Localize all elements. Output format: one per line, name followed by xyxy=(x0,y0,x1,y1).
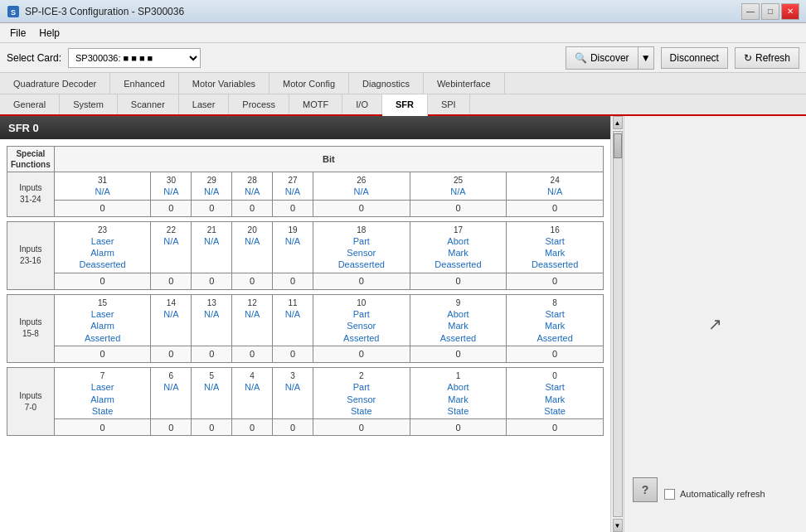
tab-io[interactable]: I/O xyxy=(342,94,382,114)
bit-cell-8: 8StartMarkAsserted xyxy=(507,294,604,346)
tab-general[interactable]: General xyxy=(0,94,60,114)
table-row: 0 0 0 0 0 0 0 0 xyxy=(7,200,604,216)
value-cell-20: 0 xyxy=(232,273,273,289)
minimize-button[interactable]: — xyxy=(741,3,760,20)
bottom-controls: ? Automatically refresh xyxy=(633,477,798,510)
tab-enhanced[interactable]: Enhanced xyxy=(110,73,179,94)
file-menu[interactable]: File xyxy=(3,26,32,41)
bit-cell-23: 23LaserAlarmDeasserted xyxy=(54,221,151,273)
value-cell-12: 0 xyxy=(232,346,273,362)
bit-cell-25: 25N/A xyxy=(410,172,507,201)
scrollbar-thumb[interactable] xyxy=(614,133,622,158)
svg-text:S: S xyxy=(11,8,16,17)
tab-scanner[interactable]: Scanner xyxy=(118,94,179,114)
value-cell-7: 0 xyxy=(54,419,151,436)
card-select[interactable]: SP300036: ■ ■ ■ ■ xyxy=(68,48,201,68)
window-title: SP-ICE-3 Configuration - SP300036 xyxy=(25,6,741,17)
tab-system[interactable]: System xyxy=(60,94,118,114)
special-functions-header: SpecialFunctions xyxy=(7,147,55,172)
nav-row-1: Quadrature Decoder Enhanced Motor Variab… xyxy=(0,73,806,94)
bit-cell-14: 14N/A xyxy=(151,294,192,346)
table-row: Inputs31-24 31N/A 30N/A 29N/A 28N/A 27N/… xyxy=(7,172,604,201)
tab-sfr[interactable]: SFR xyxy=(382,94,428,116)
bit-cell-27: 27N/A xyxy=(273,172,313,201)
discover-button[interactable]: 🔍 Discover xyxy=(566,47,638,69)
tab-spi[interactable]: SPI xyxy=(428,94,470,114)
table-row: Inputs7-0 7LaserAlarmState 6N/A 5N/A 4N/… xyxy=(7,367,604,418)
bit-cell-0: 0StartMarkState xyxy=(507,367,604,418)
value-cell-29: 0 xyxy=(192,200,232,216)
auto-refresh-label: Automatically refresh xyxy=(680,489,765,499)
tab-motor-variables[interactable]: Motor Variables xyxy=(179,73,269,94)
bit-cell-16: 16StartMarkDeasserted xyxy=(507,221,604,273)
bit-cell-11: 11N/A xyxy=(273,294,313,346)
search-icon: 🔍 xyxy=(575,52,587,64)
bit-cell-20: 20N/A xyxy=(232,221,273,273)
bit-cell-5: 5N/A xyxy=(192,367,232,418)
disconnect-button[interactable]: Disconnect xyxy=(661,47,728,69)
bit-cell-13: 13N/A xyxy=(192,294,232,346)
refresh-button[interactable]: ↻ Refresh xyxy=(735,47,799,69)
tab-quadrature[interactable]: Quadrature Decoder xyxy=(0,73,110,94)
value-cell-0: 0 xyxy=(507,419,604,436)
bit-cell-2: 2PartSensorState xyxy=(313,367,410,418)
tab-motf[interactable]: MOTF xyxy=(289,94,342,114)
discover-dropdown-button[interactable]: ▼ xyxy=(638,47,653,69)
value-cell-8: 0 xyxy=(507,346,604,362)
discover-group: 🔍 Discover ▼ xyxy=(566,46,654,70)
bit-cell-26: 26N/A xyxy=(313,172,410,201)
bit-cell-18: 18PartSensorDeasserted xyxy=(313,221,410,273)
bit-cell-30: 30N/A xyxy=(151,172,192,201)
value-cell-22: 0 xyxy=(151,273,192,289)
bit-cell-15: 15LaserAlarmAsserted xyxy=(54,294,151,346)
value-cell-28: 0 xyxy=(232,200,273,216)
toolbar: Select Card: SP300036: ■ ■ ■ ■ 🔍 Discove… xyxy=(0,43,806,73)
bit-cell-19: 19N/A xyxy=(273,221,313,273)
value-cell-4: 0 xyxy=(232,419,273,436)
value-cell-11: 0 xyxy=(273,346,313,362)
help-menu[interactable]: Help xyxy=(32,26,66,41)
bit-cell-28: 28N/A xyxy=(232,172,273,201)
value-cell-18: 0 xyxy=(313,273,410,289)
tab-webinterface[interactable]: Webinterface xyxy=(424,73,505,94)
bit-cell-21: 21N/A xyxy=(192,221,232,273)
maximize-button[interactable]: □ xyxy=(761,3,779,20)
section-title: SFR 0 xyxy=(8,122,39,134)
table-container[interactable]: SpecialFunctions Bit Inputs31-24 31N/A 3… xyxy=(0,139,610,532)
auto-refresh-checkbox[interactable] xyxy=(664,489,675,500)
scroll-down-button[interactable]: ▼ xyxy=(613,519,623,532)
scroll-up-button[interactable]: ▲ xyxy=(613,116,623,129)
close-button[interactable]: ✕ xyxy=(781,3,799,20)
value-cell-23: 0 xyxy=(54,273,151,289)
table-header-row: SpecialFunctions Bit xyxy=(7,147,604,172)
value-cell-6: 0 xyxy=(151,419,192,436)
bit-cell-3: 3N/A xyxy=(273,367,313,418)
value-cell-1: 0 xyxy=(410,419,507,436)
tab-diagnostics[interactable]: Diagnostics xyxy=(349,73,424,94)
row-label-7-0: Inputs7-0 xyxy=(7,367,55,435)
value-cell-14: 0 xyxy=(151,346,192,362)
help-button[interactable]: ? xyxy=(633,477,658,502)
value-cell-30: 0 xyxy=(151,200,192,216)
value-cell-27: 0 xyxy=(273,200,313,216)
sfr-table: SpecialFunctions Bit Inputs31-24 31N/A 3… xyxy=(7,146,604,436)
bit-cell-7: 7LaserAlarmState xyxy=(54,367,151,418)
value-cell-19: 0 xyxy=(273,273,313,289)
value-cell-24: 0 xyxy=(507,200,604,216)
content-area: SFR 0 SpecialFunctions Bit Inputs31-24 3… xyxy=(0,116,806,532)
tab-process[interactable]: Process xyxy=(229,94,289,114)
scrollbar-track[interactable] xyxy=(613,131,623,517)
value-cell-16: 0 xyxy=(507,273,604,289)
tab-motor-config[interactable]: Motor Config xyxy=(269,73,349,94)
table-row: Inputs15-8 15LaserAlarmAsserted 14N/A 13… xyxy=(7,294,604,346)
nav-row-2: General System Scanner Laser Process MOT… xyxy=(0,94,806,116)
row-label-15-8: Inputs15-8 xyxy=(7,294,55,362)
bit-cell-29: 29N/A xyxy=(192,172,232,201)
bit-header: Bit xyxy=(54,147,603,172)
right-panel: ↗ ? Automatically refresh xyxy=(624,116,806,532)
scrollbar[interactable]: ▲ ▼ xyxy=(610,116,624,532)
tab-laser[interactable]: Laser xyxy=(179,94,230,114)
row-label-31-24: Inputs31-24 xyxy=(7,172,55,217)
bit-cell-4: 4N/A xyxy=(232,367,273,418)
value-cell-2: 0 xyxy=(313,419,410,436)
